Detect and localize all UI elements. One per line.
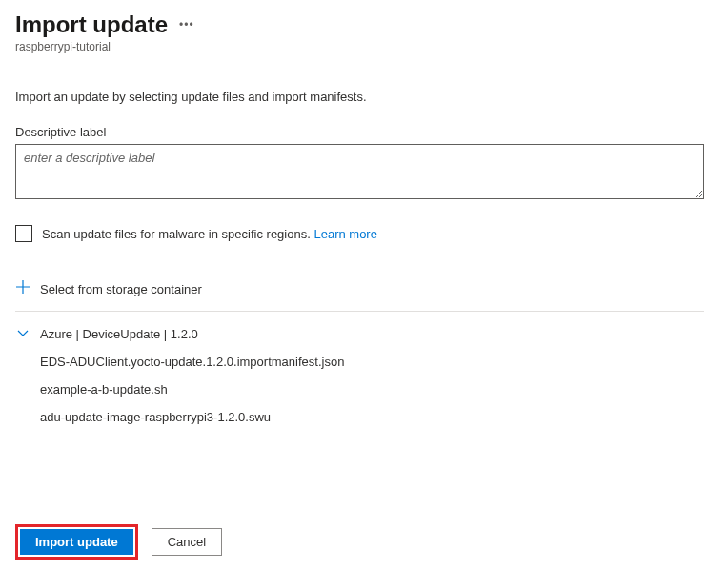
scan-malware-label: Scan update files for malware in specifi… — [42, 227, 377, 241]
descriptive-label-caption: Descriptive label — [15, 125, 713, 139]
list-item: EDS-ADUClient.yocto-update.1.2.0.importm… — [40, 355, 713, 369]
scan-malware-checkbox[interactable] — [15, 225, 32, 242]
import-update-button[interactable]: Import update — [20, 529, 133, 555]
descriptive-label-input[interactable] — [15, 144, 704, 199]
highlight-box: Import update — [15, 524, 138, 560]
file-list: EDS-ADUClient.yocto-update.1.2.0.importm… — [15, 355, 713, 424]
list-item: example-a-b-update.sh — [40, 382, 713, 397]
page-subtitle: raspberrypi-tutorial — [15, 40, 713, 53]
chevron-down-icon — [15, 327, 30, 341]
page-title: Import update — [15, 11, 168, 38]
plus-icon — [15, 280, 30, 297]
select-storage-button[interactable]: Select from storage container — [15, 280, 704, 312]
select-storage-label: Select from storage container — [40, 282, 202, 296]
instructions-text: Import an update by selecting update fil… — [15, 90, 713, 104]
update-group-header[interactable]: Azure | DeviceUpdate | 1.2.0 — [15, 327, 713, 341]
scan-malware-text: Scan update files for malware in specifi… — [42, 227, 311, 241]
more-icon[interactable]: ••• — [179, 18, 194, 31]
cancel-button[interactable]: Cancel — [152, 528, 222, 556]
update-group-title: Azure | DeviceUpdate | 1.2.0 — [40, 327, 198, 341]
learn-more-link[interactable]: Learn more — [313, 227, 376, 241]
list-item: adu-update-image-raspberrypi3-1.2.0.swu — [40, 410, 713, 424]
